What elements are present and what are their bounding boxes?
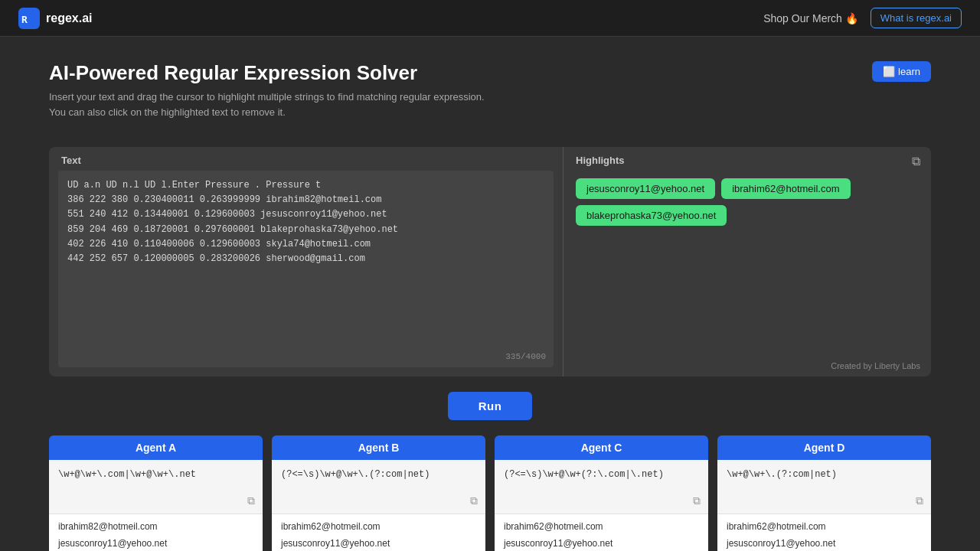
text-content[interactable]: UD a.n UD n.l UD l.Enter Pressure . Pres…: [58, 171, 554, 367]
page-subtitle: Insert your text and drag the cursor to …: [49, 90, 485, 119]
char-count: 335/4000: [505, 352, 546, 361]
highlights-label: Highlights: [564, 147, 931, 171]
agent-d-regex: \w+@\w+\.(?:com|net): [727, 469, 922, 480]
agent-c-result-0: ibrahim62@hotmeil.com: [504, 519, 699, 536]
agent-b-copy-icon[interactable]: ⧉: [470, 494, 478, 507]
agent-a-result-0: ibrahim82@hotmeil.com: [58, 519, 253, 536]
agent-b-panel: Agent B (?<=\s)\w+@\w+\.(?:com|net) ⧉ ib…: [272, 435, 485, 551]
created-by: Created by Liberty Labs: [831, 361, 920, 370]
agent-b-regex: (?<=\s)\w+@\w+\.(?:com|net): [281, 469, 476, 480]
main-content: AI-Powered Regular Expression Solver Ins…: [0, 37, 980, 551]
agents-row: Agent A \w+@\w+\.com|\w+@\w+\.net ⧉ ibra…: [49, 435, 931, 551]
logo-icon: R: [18, 8, 40, 29]
agent-d-panel: Agent D \w+@\w+\.(?:com|net) ⧉ ibrahim62…: [717, 435, 931, 551]
copy-highlights-icon[interactable]: ⧉: [912, 155, 920, 168]
agent-b-body: (?<=\s)\w+@\w+\.(?:com|net) ⧉: [272, 460, 485, 514]
highlight-tag-1[interactable]: ibrahim62@hotmeil.com: [721, 178, 850, 199]
agent-a-body: \w+@\w+\.com|\w+@\w+\.net ⧉: [49, 460, 263, 514]
text-line-1: UD a.n UD n.l UD l.Enter Pressure . Pres…: [67, 178, 544, 193]
header-right: Shop Our Merch 🔥 What is regex.ai: [763, 8, 962, 28]
what-is-button[interactable]: What is regex.ai: [871, 8, 962, 28]
run-button[interactable]: Run: [448, 392, 533, 420]
page-title: AI-Powered Regular Expression Solver: [49, 61, 485, 85]
learn-button[interactable]: ⬜ learn: [872, 61, 931, 82]
agent-a-copy-icon[interactable]: ⧉: [247, 494, 255, 507]
agent-d-header: Agent D: [717, 435, 931, 460]
agent-a-panel: Agent A \w+@\w+\.com|\w+@\w+\.net ⧉ ibra…: [49, 435, 263, 551]
agent-c-results: ibrahim62@hotmeil.com jesusconroy11@yeho…: [495, 514, 708, 551]
agent-c-result-1: jesusconroy11@yehoo.net: [504, 536, 699, 551]
agent-d-copy-icon[interactable]: ⧉: [916, 494, 923, 507]
agent-b-results: ibrahim62@hotmeil.com jesusconroy11@yeho…: [272, 514, 485, 551]
highlights-content: jesusconroy11@yehoo.net ibrahim62@hotmei…: [564, 171, 931, 233]
agent-d-results: ibrahim62@hotmeil.com jesusconroy11@yeho…: [717, 514, 931, 551]
logo-text: regex.ai: [46, 11, 92, 25]
agent-a-results: ibrahim82@hotmeil.com jesusconroy11@yeho…: [49, 514, 263, 551]
agent-c-body: (?<=\s)\w+@\w+(?:\.com|\.net) ⧉: [495, 460, 708, 514]
agent-c-header: Agent C: [495, 435, 708, 460]
run-area: Run: [49, 392, 931, 420]
agent-b-result-1: jesusconroy11@yehoo.net: [281, 536, 476, 551]
text-section: Text UD a.n UD n.l UD l.Enter Pressure .…: [49, 147, 564, 377]
editor-panel: Text UD a.n UD n.l UD l.Enter Pressure .…: [49, 147, 931, 377]
svg-text:R: R: [21, 14, 28, 25]
agent-a-header: Agent A: [49, 435, 263, 460]
text-line-2: 386 222 380 0.230400011 0.263999999 ibra…: [67, 193, 544, 207]
agent-a-regex: \w+@\w+\.com|\w+@\w+\.net: [58, 469, 253, 480]
agent-d-body: \w+@\w+\.(?:com|net) ⧉: [717, 460, 931, 514]
agent-b-header: Agent B: [272, 435, 485, 460]
text-line-5: 402 226 410 0.110400006 0.129600003 skyl…: [67, 237, 544, 252]
text-line-4: 859 204 469 0.18720001 0.297600001 blake…: [67, 223, 544, 237]
logo-area: R regex.ai: [18, 8, 92, 29]
agent-a-result-1: jesusconroy11@yehoo.net: [58, 536, 253, 551]
text-line-6: 442 252 657 0.120000005 0.283200026 sher…: [67, 252, 544, 266]
agent-c-copy-icon[interactable]: ⧉: [693, 494, 701, 507]
agent-b-result-0: ibrahim62@hotmeil.com: [281, 519, 476, 536]
text-label: Text: [49, 147, 563, 171]
text-line-3: 551 240 412 0.13440001 0.129600003 jesus…: [67, 207, 544, 222]
highlight-tag-0[interactable]: jesusconroy11@yehoo.net: [576, 178, 715, 199]
agent-d-result-0: ibrahim62@hotmeil.com: [727, 519, 922, 536]
highlight-tag-2[interactable]: blakeprohaska73@yehoo.net: [576, 205, 727, 226]
agent-c-regex: (?<=\s)\w+@\w+(?:\.com|\.net): [504, 469, 699, 480]
highlights-section: Highlights ⧉ jesusconroy11@yehoo.net ibr…: [564, 147, 931, 377]
title-area: AI-Powered Regular Expression Solver Ins…: [49, 61, 485, 135]
header: R regex.ai Shop Our Merch 🔥 What is rege…: [0, 0, 980, 37]
merch-link[interactable]: Shop Our Merch 🔥: [763, 12, 858, 24]
agent-c-panel: Agent C (?<=\s)\w+@\w+(?:\.com|\.net) ⧉ …: [495, 435, 708, 551]
agent-d-result-1: jesusconroy11@yehoo.net: [727, 536, 922, 551]
